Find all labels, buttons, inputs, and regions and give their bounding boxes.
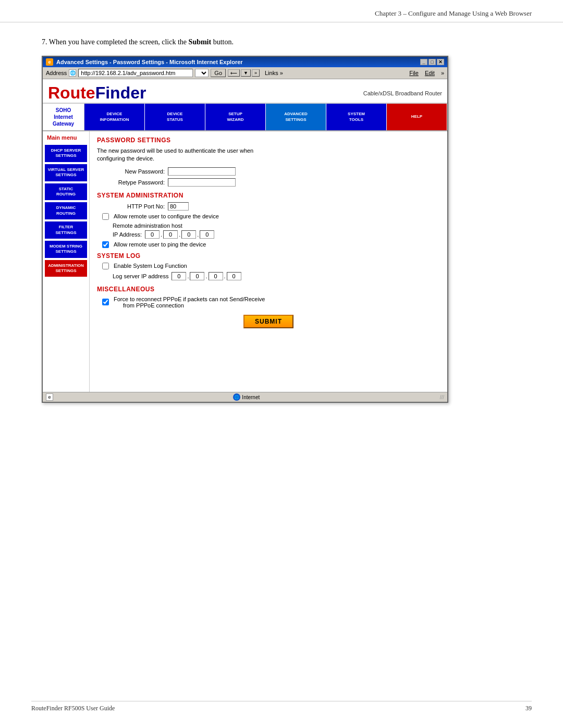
title-bar-left: e Advanced Settings - Password Settings … bbox=[46, 58, 243, 66]
chapter-title: Chapter 3 – Configure and Manage Using a… bbox=[375, 9, 532, 17]
syslog-section-title: SYSTEM Log bbox=[97, 252, 440, 260]
footer-left: RouteFinder RF500S User Guide bbox=[31, 705, 115, 712]
enable-syslog-row: Enable System Log Function bbox=[102, 263, 440, 269]
force-pppoe-checkbox[interactable] bbox=[102, 299, 109, 305]
rf-main: PASSWORD SETTINGS The new password will … bbox=[90, 131, 447, 392]
sysadmin-section-title: SYSTEM ADMINISTRATION bbox=[97, 192, 440, 199]
status-bar: e 🌐 Internet /// bbox=[43, 392, 447, 402]
edit-menu[interactable]: Edit bbox=[425, 70, 435, 76]
chapter-header: Chapter 3 – Configure and Manage Using a… bbox=[0, 0, 563, 22]
more-button[interactable]: » bbox=[252, 69, 260, 77]
step-text: 7. When you have completed the screen, c… bbox=[42, 38, 189, 46]
sidebar-btn-modem-string[interactable]: MODEM STRINGSETTINGS bbox=[45, 241, 87, 258]
soho-label: SOHO InternetGateway bbox=[43, 104, 84, 130]
allow-ping-checkbox[interactable] bbox=[102, 241, 109, 248]
allow-ping-label: Allow remote user to ping the device bbox=[114, 241, 206, 248]
address-label: Address bbox=[46, 70, 67, 76]
rf-logo: RouteFinder bbox=[48, 83, 146, 103]
submit-button[interactable]: SUBMIT bbox=[243, 315, 293, 328]
address-input[interactable] bbox=[78, 69, 193, 77]
address-dropdown[interactable] bbox=[195, 69, 209, 77]
browser-window: e Advanced Settings - Password Settings … bbox=[42, 56, 448, 403]
password-desc: The new password will be used to authent… bbox=[97, 147, 440, 163]
nav-tabs: DEVICEINFORMATION DEVICESTATUS SETUPWIZA… bbox=[84, 104, 447, 130]
new-password-row: New Password: bbox=[97, 167, 440, 176]
force-pppoe-row: Force to reconnect PPPoE if packets can … bbox=[102, 296, 440, 309]
links-label: Links » bbox=[265, 70, 283, 76]
rf-subtitle: Cable/xDSL Broadband Router bbox=[363, 90, 442, 96]
sidebar-btn-static-routing[interactable]: STATICROUTING bbox=[45, 183, 87, 201]
menu-bar: File Edit » bbox=[409, 70, 444, 76]
footer-right: 39 bbox=[525, 705, 532, 712]
tab-setup-wizard[interactable]: SETUPWIZARD bbox=[205, 104, 266, 130]
nav-bar: SOHO InternetGateway DEVICEINFORMATION D… bbox=[43, 104, 447, 131]
step-instruction: 7. When you have completed the screen, c… bbox=[42, 38, 532, 46]
address-bar: Address 🌐 Go ⟵ ▼ » Links » File Edit » bbox=[43, 67, 447, 79]
submit-row: SUBMIT bbox=[97, 315, 440, 328]
sidebar-btn-administration[interactable]: ADMINISTRATIONSETTINGS bbox=[45, 260, 87, 277]
title-bar: e Advanced Settings - Password Settings … bbox=[43, 57, 447, 67]
ip-sep-3: . bbox=[197, 231, 199, 238]
back-button[interactable]: ⟵ bbox=[228, 69, 240, 77]
rf-header: RouteFinder Cable/xDSL Broadband Router bbox=[43, 79, 447, 104]
step-bold: Submit bbox=[189, 38, 212, 46]
log-ip-2[interactable] bbox=[190, 272, 204, 280]
tab-system-tools[interactable]: SYSTEMTOOLS bbox=[326, 104, 387, 130]
maximize-button[interactable]: □ bbox=[429, 59, 436, 65]
log-server-row: Log server IP address . . . bbox=[113, 272, 440, 280]
ip-input-4[interactable] bbox=[200, 230, 214, 239]
status-icon: e bbox=[46, 393, 53, 401]
sidebar-btn-virtual-server[interactable]: VIRTUAL SERVERSETTINGS bbox=[45, 164, 87, 181]
file-menu[interactable]: File bbox=[409, 70, 419, 76]
minimize-button[interactable]: _ bbox=[420, 59, 427, 65]
dropdown-arrow[interactable]: ▼ bbox=[241, 69, 251, 77]
close-button[interactable]: ✕ bbox=[437, 59, 444, 65]
sidebar-btn-dhcp[interactable]: DHCP SERVERSETTINGS bbox=[45, 145, 87, 162]
tab-help[interactable]: HELP bbox=[387, 104, 447, 130]
ip-address-row: IP Address: . . . bbox=[113, 230, 440, 239]
retype-password-row: Retype Password: bbox=[97, 178, 440, 187]
http-port-input[interactable] bbox=[168, 202, 189, 211]
ip-address-label: IP Address: bbox=[113, 231, 142, 238]
new-password-input[interactable] bbox=[168, 167, 236, 176]
browser-title: Advanced Settings - Password Settings - … bbox=[56, 59, 243, 65]
misc-section-title: Miscellaneous bbox=[97, 286, 440, 293]
logo-finder: Finder bbox=[95, 83, 146, 102]
page-wrapper: Chapter 3 – Configure and Manage Using a… bbox=[0, 0, 563, 728]
go-button[interactable]: Go bbox=[211, 69, 226, 77]
http-port-label: HTTP Port No: bbox=[97, 203, 165, 209]
retype-password-label: Retype Password: bbox=[97, 179, 165, 186]
allow-remote-checkbox[interactable] bbox=[102, 213, 109, 220]
sidebar-btn-dynamic-routing[interactable]: DYNAMICROUTING bbox=[45, 202, 87, 219]
ip-input-2[interactable] bbox=[163, 230, 178, 239]
log-ip-3[interactable] bbox=[209, 272, 223, 280]
internet-status: 🌐 Internet bbox=[233, 393, 260, 401]
sidebar-main-menu[interactable]: Main menu bbox=[43, 131, 89, 144]
tab-device-information[interactable]: DEVICEINFORMATION bbox=[84, 104, 145, 130]
log-sep-1: . bbox=[187, 273, 189, 279]
rf-body: Main menu DHCP SERVERSETTINGS VIRTUAL SE… bbox=[43, 131, 447, 392]
tab-device-status[interactable]: DEVICESTATUS bbox=[145, 104, 205, 130]
ip-input-1[interactable] bbox=[145, 230, 160, 239]
enable-syslog-checkbox[interactable] bbox=[102, 263, 109, 269]
ip-sep-1: . bbox=[161, 231, 162, 238]
window-controls: _ □ ✕ bbox=[420, 59, 444, 65]
logo-route: Route bbox=[48, 83, 95, 102]
password-desc1: The new password will be used to authent… bbox=[97, 147, 253, 154]
page-footer: RouteFinder RF500S User Guide 39 bbox=[31, 701, 532, 712]
enable-syslog-label: Enable System Log Function bbox=[114, 263, 187, 269]
sidebar-btn-filter[interactable]: FILTERSETTINGS bbox=[45, 221, 87, 239]
retype-password-input[interactable] bbox=[168, 178, 236, 187]
subtitle-text: Cable/xDSL Broadband Router bbox=[363, 90, 442, 96]
tab-advanced-settings[interactable]: ADVANCEDSETTINGS bbox=[266, 104, 326, 130]
force-pppoe-label: Force to reconnect PPPoE if packets can … bbox=[114, 296, 265, 309]
main-content: 7. When you have completed the screen, c… bbox=[0, 22, 563, 424]
browser-icon: e bbox=[46, 58, 53, 66]
more-menus: » bbox=[441, 70, 444, 76]
log-ip-4[interactable] bbox=[227, 272, 241, 280]
ip-input-3[interactable] bbox=[181, 230, 196, 239]
status-grip: /// bbox=[440, 394, 444, 400]
remote-admin-host-label: Remote administration host bbox=[113, 223, 440, 229]
log-ip-1[interactable] bbox=[172, 272, 186, 280]
soho-text: SOHO InternetGateway bbox=[47, 107, 80, 127]
